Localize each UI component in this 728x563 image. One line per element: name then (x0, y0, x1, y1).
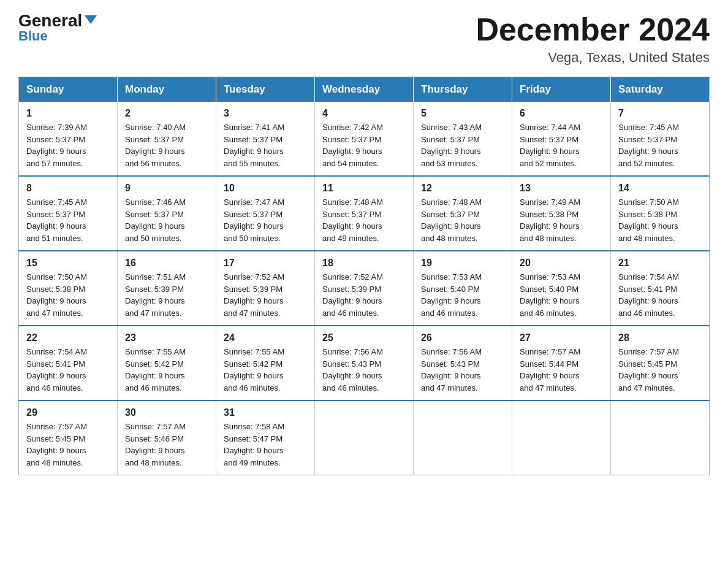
calendar-cell: 1 Sunrise: 7:39 AM Sunset: 5:37 PM Dayli… (19, 102, 118, 176)
calendar-cell: 15 Sunrise: 7:50 AM Sunset: 5:38 PM Dayl… (19, 251, 118, 326)
calendar-cell: 27 Sunrise: 7:57 AM Sunset: 5:44 PM Dayl… (512, 326, 611, 400)
day-number: 16 (125, 258, 208, 269)
header-tuesday: Tuesday (216, 77, 315, 102)
calendar-cell: 9 Sunrise: 7:46 AM Sunset: 5:37 PM Dayli… (118, 176, 216, 251)
calendar-cell: 2 Sunrise: 7:40 AM Sunset: 5:37 PM Dayli… (118, 102, 216, 176)
calendar-table: SundayMondayTuesdayWednesdayThursdayFrid… (18, 77, 710, 475)
day-info: Sunrise: 7:44 AM Sunset: 5:37 PM Dayligh… (520, 121, 603, 169)
day-info: Sunrise: 7:47 AM Sunset: 5:37 PM Dayligh… (224, 196, 307, 244)
day-number: 1 (26, 108, 110, 119)
day-info: Sunrise: 7:42 AM Sunset: 5:37 PM Dayligh… (322, 121, 406, 169)
day-info: Sunrise: 7:57 AM Sunset: 5:46 PM Dayligh… (125, 421, 208, 469)
week-row-1: 1 Sunrise: 7:39 AM Sunset: 5:37 PM Dayli… (19, 102, 710, 176)
day-info: Sunrise: 7:54 AM Sunset: 5:41 PM Dayligh… (26, 346, 110, 394)
day-info: Sunrise: 7:52 AM Sunset: 5:39 PM Dayligh… (322, 271, 406, 319)
calendar-cell: 11 Sunrise: 7:48 AM Sunset: 5:37 PM Dayl… (315, 176, 414, 251)
calendar-cell: 12 Sunrise: 7:48 AM Sunset: 5:37 PM Dayl… (414, 176, 512, 251)
day-info: Sunrise: 7:40 AM Sunset: 5:37 PM Dayligh… (125, 121, 208, 169)
day-number: 11 (322, 183, 406, 194)
day-number: 6 (520, 108, 603, 119)
calendar-cell: 21 Sunrise: 7:54 AM Sunset: 5:41 PM Dayl… (611, 251, 710, 326)
week-row-2: 8 Sunrise: 7:45 AM Sunset: 5:37 PM Dayli… (19, 176, 710, 251)
page-header: General Blue December 2024 Vega, Texas, … (18, 12, 710, 66)
calendar-cell: 30 Sunrise: 7:57 AM Sunset: 5:46 PM Dayl… (118, 400, 216, 475)
day-number: 25 (322, 332, 406, 343)
calendar-cell: 16 Sunrise: 7:51 AM Sunset: 5:39 PM Dayl… (118, 251, 216, 326)
title-section: December 2024 Vega, Texas, United States (476, 12, 710, 66)
day-info: Sunrise: 7:55 AM Sunset: 5:42 PM Dayligh… (224, 346, 307, 394)
month-title: December 2024 (476, 12, 710, 47)
calendar-cell (315, 400, 414, 475)
day-info: Sunrise: 7:57 AM Sunset: 5:44 PM Dayligh… (520, 346, 603, 394)
calendar-body: 1 Sunrise: 7:39 AM Sunset: 5:37 PM Dayli… (19, 102, 710, 475)
calendar-cell: 7 Sunrise: 7:45 AM Sunset: 5:37 PM Dayli… (611, 102, 710, 176)
day-number: 18 (322, 258, 406, 269)
day-number: 5 (421, 108, 504, 119)
day-info: Sunrise: 7:41 AM Sunset: 5:37 PM Dayligh… (224, 121, 307, 169)
day-number: 27 (520, 332, 603, 343)
header-sunday: Sunday (19, 77, 118, 102)
day-number: 21 (618, 258, 702, 269)
calendar-cell: 5 Sunrise: 7:43 AM Sunset: 5:37 PM Dayli… (414, 102, 512, 176)
day-info: Sunrise: 7:58 AM Sunset: 5:47 PM Dayligh… (224, 421, 307, 469)
day-info: Sunrise: 7:57 AM Sunset: 5:45 PM Dayligh… (618, 346, 702, 394)
header-wednesday: Wednesday (315, 77, 414, 102)
day-number: 22 (26, 332, 110, 343)
day-number: 31 (224, 407, 307, 418)
day-number: 13 (520, 183, 603, 194)
calendar-cell: 20 Sunrise: 7:53 AM Sunset: 5:40 PM Dayl… (512, 251, 611, 326)
day-number: 28 (618, 332, 702, 343)
day-number: 20 (520, 258, 603, 269)
calendar-cell (512, 400, 611, 475)
day-number: 10 (224, 183, 307, 194)
header-friday: Friday (512, 77, 611, 102)
day-info: Sunrise: 7:45 AM Sunset: 5:37 PM Dayligh… (618, 121, 702, 169)
day-number: 30 (125, 407, 208, 418)
day-number: 12 (421, 183, 504, 194)
day-number: 3 (224, 108, 307, 119)
day-number: 2 (125, 108, 208, 119)
day-info: Sunrise: 7:55 AM Sunset: 5:42 PM Dayligh… (125, 346, 208, 394)
calendar-cell: 3 Sunrise: 7:41 AM Sunset: 5:37 PM Dayli… (216, 102, 315, 176)
day-info: Sunrise: 7:46 AM Sunset: 5:37 PM Dayligh… (125, 196, 208, 244)
day-number: 4 (322, 108, 406, 119)
calendar-cell: 31 Sunrise: 7:58 AM Sunset: 5:47 PM Dayl… (216, 400, 315, 475)
day-number: 23 (125, 332, 208, 343)
day-number: 19 (421, 258, 504, 269)
week-row-4: 22 Sunrise: 7:54 AM Sunset: 5:41 PM Dayl… (19, 326, 710, 400)
day-info: Sunrise: 7:53 AM Sunset: 5:40 PM Dayligh… (520, 271, 603, 319)
day-info: Sunrise: 7:50 AM Sunset: 5:38 PM Dayligh… (26, 271, 110, 319)
day-number: 14 (618, 183, 702, 194)
day-number: 15 (26, 258, 110, 269)
calendar-cell: 22 Sunrise: 7:54 AM Sunset: 5:41 PM Dayl… (19, 326, 118, 400)
week-row-3: 15 Sunrise: 7:50 AM Sunset: 5:38 PM Dayl… (19, 251, 710, 326)
day-number: 26 (421, 332, 504, 343)
day-number: 7 (618, 108, 702, 119)
day-info: Sunrise: 7:51 AM Sunset: 5:39 PM Dayligh… (125, 271, 208, 319)
day-info: Sunrise: 7:48 AM Sunset: 5:37 PM Dayligh… (421, 196, 504, 244)
header-thursday: Thursday (414, 77, 512, 102)
location-title: Vega, Texas, United States (476, 50, 710, 66)
logo-general: General (18, 12, 97, 29)
calendar-cell: 28 Sunrise: 7:57 AM Sunset: 5:45 PM Dayl… (611, 326, 710, 400)
day-number: 24 (224, 332, 307, 343)
calendar-cell: 13 Sunrise: 7:49 AM Sunset: 5:38 PM Dayl… (512, 176, 611, 251)
calendar-cell: 23 Sunrise: 7:55 AM Sunset: 5:42 PM Dayl… (118, 326, 216, 400)
week-row-5: 29 Sunrise: 7:57 AM Sunset: 5:45 PM Dayl… (19, 400, 710, 475)
day-info: Sunrise: 7:48 AM Sunset: 5:37 PM Dayligh… (322, 196, 406, 244)
calendar-cell: 18 Sunrise: 7:52 AM Sunset: 5:39 PM Dayl… (315, 251, 414, 326)
calendar-cell: 26 Sunrise: 7:56 AM Sunset: 5:43 PM Dayl… (414, 326, 512, 400)
day-info: Sunrise: 7:50 AM Sunset: 5:38 PM Dayligh… (618, 196, 702, 244)
header-saturday: Saturday (611, 77, 710, 102)
day-info: Sunrise: 7:43 AM Sunset: 5:37 PM Dayligh… (421, 121, 504, 169)
calendar-cell: 19 Sunrise: 7:53 AM Sunset: 5:40 PM Dayl… (414, 251, 512, 326)
day-info: Sunrise: 7:54 AM Sunset: 5:41 PM Dayligh… (618, 271, 702, 319)
calendar-cell (611, 400, 710, 475)
calendar-cell: 29 Sunrise: 7:57 AM Sunset: 5:45 PM Dayl… (19, 400, 118, 475)
day-info: Sunrise: 7:56 AM Sunset: 5:43 PM Dayligh… (421, 346, 504, 394)
calendar-cell (414, 400, 512, 475)
calendar-cell: 6 Sunrise: 7:44 AM Sunset: 5:37 PM Dayli… (512, 102, 611, 176)
calendar-cell: 4 Sunrise: 7:42 AM Sunset: 5:37 PM Dayli… (315, 102, 414, 176)
day-info: Sunrise: 7:45 AM Sunset: 5:37 PM Dayligh… (26, 196, 110, 244)
day-info: Sunrise: 7:49 AM Sunset: 5:38 PM Dayligh… (520, 196, 603, 244)
